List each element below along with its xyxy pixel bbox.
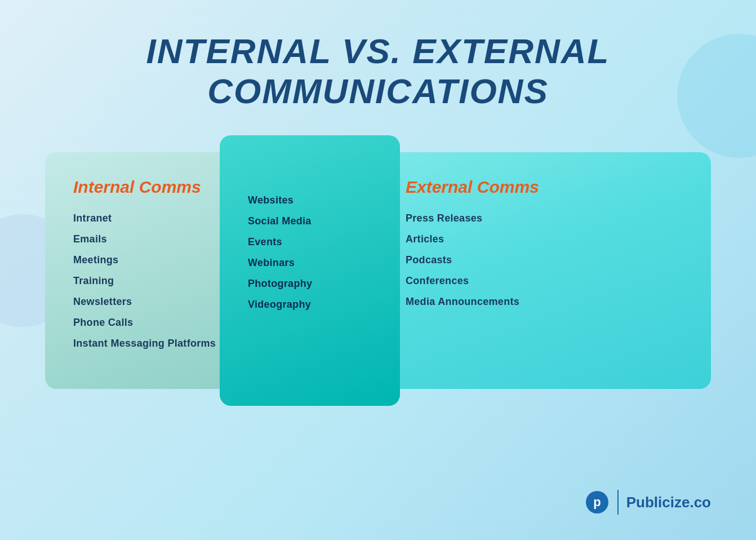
middle-card: Websites Social Media Events Webinars Ph… [220,135,400,406]
list-item: Webinars [248,257,372,269]
svg-text:p: p [593,495,601,509]
publicize-icon: p [585,490,610,515]
list-item: Websites [248,194,372,206]
list-item: Photography [248,278,372,290]
list-item: Articles [406,233,683,245]
list-item: Podcasts [406,254,683,266]
list-item: Videography [248,299,372,311]
page-title: INTERNAL VS. EXTERNAL COMMUNICATIONS [0,0,756,134]
branding: p Publicize.co [585,490,711,515]
middle-card-list: Websites Social Media Events Webinars Ph… [248,194,372,311]
external-card-list: Press Releases Articles Podcasts Confere… [406,213,683,308]
list-item: Conferences [406,275,683,287]
list-item: Media Announcements [406,296,683,308]
list-item: Events [248,236,372,248]
list-item: Press Releases [406,213,683,224]
cards-container: Internal Comms Intranet Emails Meetings … [45,135,711,406]
brand-divider [617,490,619,515]
external-card-heading: External Comms [406,178,683,197]
brand-name: Publicize.co [626,494,711,511]
external-card: External Comms Press Releases Articles P… [377,152,711,389]
list-item: Social Media [248,215,372,227]
